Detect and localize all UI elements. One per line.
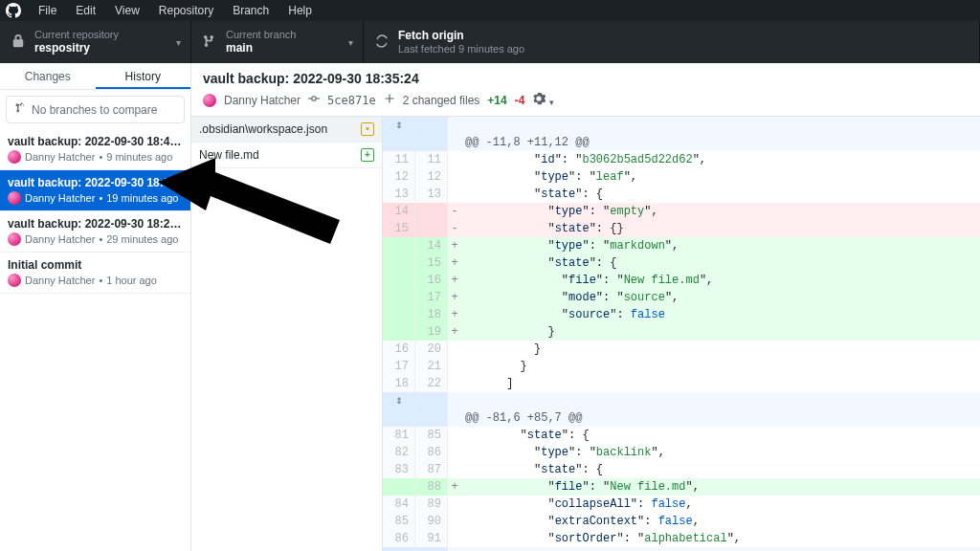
commit-header: vault backup: 2022-09-30 18:35:24 bbox=[191, 63, 980, 90]
branch-value: main bbox=[226, 41, 296, 55]
git-commit-icon bbox=[308, 93, 320, 107]
lock-icon bbox=[11, 34, 25, 51]
diff-expand-row[interactable]: ⇕ bbox=[383, 117, 980, 134]
body-split: .obsidian\workspace.json•New file.md+ ⇕@… bbox=[191, 117, 980, 551]
avatar bbox=[203, 94, 216, 107]
branch-selector[interactable]: Current branch main ▾ bbox=[191, 21, 364, 63]
compare-placeholder: No branches to compare bbox=[32, 103, 157, 117]
diff-line: 1620 } bbox=[383, 341, 980, 358]
commit-sha: 5ce871e bbox=[327, 94, 376, 107]
tab-history[interactable]: History bbox=[96, 63, 191, 89]
commit-title: vault backup: 2022-09-30 18:35:24 bbox=[203, 71, 969, 86]
menu-item-file[interactable]: File bbox=[29, 4, 66, 17]
diff-expand-row[interactable]: ⇕ bbox=[383, 547, 980, 551]
sidebar-tabs: Changes History bbox=[0, 63, 190, 90]
diff-line: 14+ "type": "markdown", bbox=[383, 237, 980, 254]
commit-item-author: Danny Hatcher bbox=[25, 151, 95, 163]
diff-line: 8387 "state": { bbox=[383, 461, 980, 478]
avatar bbox=[8, 150, 21, 164]
fetch-value: Last fetched 9 minutes ago bbox=[398, 43, 524, 55]
diff-line: 8185 "state": { bbox=[383, 427, 980, 444]
svg-point-0 bbox=[312, 97, 317, 101]
commit-list: vault backup: 2022-09-30 18:45:25Danny H… bbox=[0, 129, 190, 551]
commit-item-title: vault backup: 2022-09-30 18:25:25 bbox=[8, 217, 183, 231]
avatar bbox=[8, 191, 21, 205]
file-status-badge: + bbox=[361, 148, 374, 162]
diff-line: 1111 "id": "b3062b5ad5d22d62", bbox=[383, 151, 980, 168]
diff-line: 17+ "mode": "source", bbox=[383, 289, 980, 306]
commit-list-item[interactable]: vault backup: 2022-09-30 18:45:25Danny H… bbox=[0, 129, 190, 170]
changed-file-row[interactable]: New file.md+ bbox=[191, 143, 382, 168]
commit-list-item[interactable]: vault backup: 2022-09-30 18:35:24Danny H… bbox=[0, 170, 190, 211]
commit-item-when: 1 hour ago bbox=[106, 275, 157, 286]
menu-item-edit[interactable]: Edit bbox=[66, 4, 105, 17]
chevron-down-icon: ▾ bbox=[348, 37, 353, 48]
diff-line: 15- "state": {} bbox=[383, 220, 980, 237]
commit-item-title: vault backup: 2022-09-30 18:35:24 bbox=[8, 176, 183, 189]
file-status-badge: • bbox=[361, 122, 374, 136]
diff-expand-row[interactable]: ⇕ bbox=[383, 392, 980, 409]
sidebar: Changes History No branches to compare v… bbox=[0, 63, 191, 551]
diff-line: 18+ "source": false bbox=[383, 306, 980, 323]
diff-line: 14- "type": "empty", bbox=[383, 203, 980, 220]
diff-hunk-header: @@ -81,6 +85,7 @@ bbox=[383, 409, 980, 427]
diff-line: 16+ "file": "New file.md", bbox=[383, 272, 980, 289]
diff-line: 8286 "type": "backlink", bbox=[383, 444, 980, 461]
changed-files-count[interactable]: 2 changed files bbox=[403, 94, 480, 107]
diff-hunk-header: @@ -11,8 +11,12 @@ bbox=[383, 134, 980, 151]
commit-item-when: 29 minutes ago bbox=[106, 233, 178, 245]
repo-value: respositry bbox=[34, 41, 119, 55]
fetch-button[interactable]: Fetch origin Last fetched 9 minutes ago bbox=[364, 21, 980, 63]
repo-label: Current repository bbox=[34, 29, 119, 41]
compare-branch-selector[interactable]: No branches to compare bbox=[6, 96, 185, 123]
commit-author: Danny Hatcher bbox=[224, 94, 301, 107]
git-compare-icon bbox=[14, 102, 26, 117]
diff-icon bbox=[384, 93, 395, 107]
diff-line: 19+ } bbox=[383, 323, 980, 341]
additions-count: +14 bbox=[487, 94, 506, 107]
commit-item-author: Danny Hatcher bbox=[25, 192, 95, 204]
diff-line: 1822 ] bbox=[383, 375, 980, 392]
avatar bbox=[8, 274, 21, 287]
commit-submeta: Danny Hatcher 5ce871e 2 changed files +1… bbox=[191, 90, 980, 117]
menu-item-branch[interactable]: Branch bbox=[223, 4, 278, 17]
tab-changes[interactable]: Changes bbox=[0, 63, 96, 89]
commit-item-author: Danny Hatcher bbox=[25, 233, 95, 245]
changed-files-list: .obsidian\workspace.json•New file.md+ bbox=[191, 117, 383, 551]
diff-view[interactable]: ⇕@@ -11,8 +11,12 @@1111 "id": "b3062b5ad… bbox=[383, 117, 980, 551]
chevron-down-icon: ▾ bbox=[176, 37, 181, 48]
file-path: .obsidian\workspace.json bbox=[199, 122, 327, 136]
commit-list-item[interactable]: Initial commitDanny Hatcher • 1 hour ago bbox=[0, 253, 190, 294]
commit-item-title: vault backup: 2022-09-30 18:45:25 bbox=[8, 135, 183, 148]
git-branch-icon bbox=[203, 34, 216, 51]
commit-item-when: 9 minutes ago bbox=[106, 151, 172, 163]
commit-item-when: 19 minutes ago bbox=[106, 192, 178, 204]
commit-item-author: Danny Hatcher bbox=[25, 275, 95, 286]
fetch-label: Fetch origin bbox=[398, 29, 524, 42]
repo-selector[interactable]: Current repository respositry ▾ bbox=[0, 21, 191, 63]
diff-line: 15+ "state": { bbox=[383, 254, 980, 272]
diff-line: 8590 "extraContext": false, bbox=[383, 513, 980, 530]
commit-list-item[interactable]: vault backup: 2022-09-30 18:25:25Danny H… bbox=[0, 211, 190, 253]
commit-item-title: Initial commit bbox=[8, 258, 183, 272]
sync-icon bbox=[375, 34, 389, 51]
diff-line: 8691 "sortOrder": "alphabetical", bbox=[383, 530, 980, 547]
diff-line: 8489 "collapseAll": false, bbox=[383, 496, 980, 513]
changed-file-row[interactable]: .obsidian\workspace.json• bbox=[191, 117, 382, 143]
diff-line: 1721 } bbox=[383, 358, 980, 375]
file-path: New file.md bbox=[199, 148, 259, 162]
toolbar: Current repository respositry ▾ Current … bbox=[0, 21, 980, 63]
menu-item-repository[interactable]: Repository bbox=[149, 4, 223, 17]
gear-icon[interactable]: ▾ bbox=[532, 92, 553, 108]
deletions-count: -4 bbox=[515, 94, 525, 107]
main: Changes History No branches to compare v… bbox=[0, 63, 980, 551]
menubar: FileEditViewRepositoryBranchHelp bbox=[0, 0, 980, 21]
diff-line: 1212 "type": "leaf", bbox=[383, 168, 980, 186]
menu-item-help[interactable]: Help bbox=[278, 4, 322, 17]
branch-label: Current branch bbox=[226, 29, 296, 41]
diff-line: 88+ "file": "New file.md", bbox=[383, 478, 980, 496]
github-logo-icon bbox=[6, 3, 21, 18]
commit-detail: vault backup: 2022-09-30 18:35:24 Danny … bbox=[191, 63, 980, 551]
diff-line: 1313 "state": { bbox=[383, 186, 980, 203]
menu-item-view[interactable]: View bbox=[105, 4, 149, 17]
